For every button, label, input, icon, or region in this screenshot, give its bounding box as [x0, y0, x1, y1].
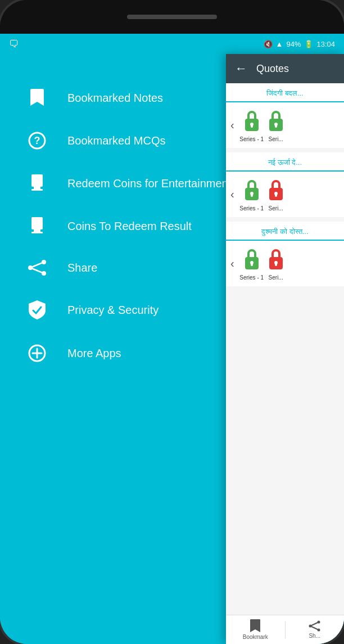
sidebar-item-label: Privacy & Security — [67, 303, 159, 317]
quotes-panel: ← Quotes जिंदगी बदल... ‹ — [226, 54, 344, 644]
lock-red-icon-1 — [268, 177, 284, 203]
quotes-content: जिंदगी बदल... ‹ — [226, 83, 344, 615]
series-item-1-1[interactable]: Series - 1 — [239, 108, 265, 142]
series-row-3: ‹ — [226, 241, 344, 286]
left-arrow-3[interactable]: ‹ — [228, 255, 237, 272]
left-arrow-1[interactable]: ‹ — [228, 116, 237, 134]
quote-section-1: जिंदगी बदल... ‹ — [226, 83, 344, 148]
series-row-1: ‹ — [226, 102, 344, 148]
series-item-2-2[interactable]: Seri... — [268, 177, 284, 211]
section-title-3: दुश्मनी को दोस्त... — [226, 222, 344, 241]
back-button[interactable]: ← — [235, 61, 247, 76]
sidebar-item-label: Bookmarked Notes — [67, 91, 163, 105]
svg-line-38 — [310, 626, 319, 630]
svg-line-37 — [310, 622, 319, 626]
lock-green-icon-1 — [239, 108, 265, 134]
series-items-1: Series - 1 — [239, 108, 342, 142]
quotes-header: ← Quotes — [226, 54, 344, 83]
battery-icon: 🔋 — [304, 40, 313, 48]
status-icons: 🔇 ▲ 94% 🔋 13:04 — [264, 40, 335, 48]
main-content: Bookmarked Notes ? Bookmarked MCQs Redee… — [0, 54, 344, 644]
bookmark-btn-label: Bookmark — [243, 634, 268, 640]
svg-rect-3 — [34, 187, 40, 189]
svg-rect-33 — [275, 263, 277, 266]
section-title-1: जिंदगी बदल... — [226, 83, 344, 102]
screen: 🗨 🔇 ▲ 94% 🔋 13:04 Bookmarked Notes — [0, 34, 344, 644]
cup2-icon — [27, 217, 47, 235]
chat-icon: 🗨 — [9, 38, 19, 50]
series-label-2-1: Series - 1 — [239, 205, 264, 211]
series-label-3-2: Seri... — [269, 274, 283, 281]
svg-rect-5 — [31, 217, 43, 229]
cup-icon — [27, 174, 47, 192]
svg-text:?: ? — [34, 135, 40, 146]
svg-line-12 — [30, 268, 44, 273]
sidebar-item-label: Share — [67, 260, 97, 275]
svg-rect-21 — [275, 124, 277, 128]
series-item-3-1[interactable]: Series - 1 — [239, 246, 265, 281]
series-items-2: Series - 1 — [239, 177, 342, 211]
status-bar: 🗨 🔇 ▲ 94% 🔋 13:04 — [0, 34, 344, 54]
signal-icon: ▲ — [276, 40, 283, 48]
series-label-3-1: Series - 1 — [239, 274, 264, 281]
share-bottom-btn[interactable]: Sh... — [286, 617, 345, 642]
quote-section-3: दुश्मनी को दोस्त... ‹ — [226, 222, 344, 286]
svg-rect-6 — [34, 229, 40, 232]
series-label-1-1: Series - 1 — [239, 136, 264, 142]
quotes-title: Quotes — [256, 63, 289, 75]
lock-green-icon-3 — [239, 177, 265, 203]
battery-text: 94% — [286, 40, 301, 48]
phone-frame: 🗨 🔇 ▲ 94% 🔋 13:04 Bookmarked Notes — [0, 0, 344, 644]
series-label-1-2: Seri... — [269, 136, 283, 142]
sidebar-item-label: More Apps — [67, 346, 121, 361]
svg-rect-2 — [31, 174, 43, 187]
svg-rect-30 — [251, 263, 253, 266]
question-circle-icon: ? — [27, 132, 47, 150]
series-row-2: ‹ — [226, 172, 344, 217]
notch-bar — [0, 0, 344, 34]
lock-green-icon-2 — [268, 108, 284, 134]
plus-circle-icon — [27, 344, 47, 362]
bookmark-bottom-btn[interactable]: Bookmark — [226, 616, 285, 643]
lock-red-icon-2 — [268, 246, 284, 272]
share-icon — [27, 260, 47, 276]
quotes-bottom-bar: Bookmark Sh... — [226, 615, 344, 644]
svg-rect-18 — [251, 124, 253, 128]
time-text: 13:04 — [316, 40, 335, 48]
sidebar-item-label: Redeem Coins for Entertainment — [67, 176, 231, 191]
series-label-2-2: Seri... — [269, 205, 283, 211]
section-title-2: नई ऊर्जा दे... — [226, 152, 344, 172]
svg-rect-24 — [251, 193, 253, 197]
svg-rect-4 — [31, 189, 43, 191]
quote-section-2: नई ऊर्जा दे... ‹ — [226, 152, 344, 217]
mute-icon: 🔇 — [264, 40, 273, 48]
sidebar-item-label: Coins To Redeem Result — [67, 219, 192, 233]
notch-pill — [127, 15, 217, 19]
left-arrow-2[interactable]: ‹ — [228, 186, 237, 203]
shield-icon — [27, 300, 47, 319]
svg-rect-27 — [275, 193, 277, 197]
series-items-3: Series - 1 — [239, 246, 342, 281]
svg-line-11 — [30, 262, 44, 268]
series-item-1-2[interactable]: Seri... — [268, 108, 284, 142]
series-item-3-2[interactable]: Seri... — [268, 246, 284, 281]
lock-green-icon-4 — [239, 246, 265, 272]
share-btn-label: Sh... — [309, 633, 320, 639]
svg-rect-7 — [31, 232, 43, 233]
bookmark-icon — [27, 89, 47, 107]
sidebar-item-label: Bookmarked MCQs — [67, 133, 166, 148]
series-item-2-1[interactable]: Series - 1 — [239, 177, 265, 211]
